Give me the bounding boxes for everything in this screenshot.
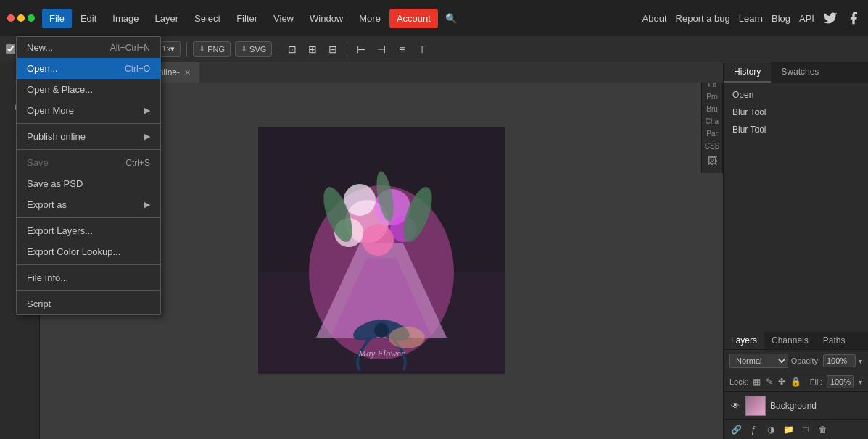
align-icon-3[interactable]: ≡: [394, 41, 410, 57]
lock-row: Lock: ▦ ✎ ✤ 🔒 Fill: 100% ▾: [724, 372, 868, 392]
blog-link[interactable]: Blog: [772, 13, 790, 24]
layers-blend-controls: Normal Multiply Screen Overlay Opacity: …: [724, 350, 868, 372]
toolbar-sep-3: [186, 42, 187, 57]
collapsed-pro[interactable]: Pro: [702, 91, 722, 102]
layer-item-background[interactable]: 👁 Background: [724, 392, 868, 419]
learn-link[interactable]: Learn: [739, 13, 763, 24]
file-open[interactable]: Open... Ctrl+O: [17, 58, 160, 79]
layer-visibility-toggle[interactable]: 👁: [729, 400, 741, 411]
file-open-place[interactable]: Open & Place...: [17, 79, 160, 100]
layout-icon-2[interactable]: ⊞: [305, 41, 321, 57]
menu-select[interactable]: Select: [187, 9, 228, 28]
file-new[interactable]: New... Alt+Ctrl+N: [17, 37, 160, 58]
opacity-arrow: ▾: [859, 357, 862, 365]
lock-paint-icon[interactable]: ✎: [765, 376, 773, 388]
svg-point-15: [389, 327, 425, 348]
align-icon-1[interactable]: ⊢: [353, 41, 369, 57]
layers-tab[interactable]: Layers: [724, 332, 764, 349]
fill-label: Fill:: [810, 377, 822, 386]
layout-icon-3[interactable]: ⊟: [325, 41, 341, 57]
history-item-blur1[interactable]: Blur Tool: [724, 104, 868, 121]
about-link[interactable]: About: [642, 13, 667, 24]
collapsed-par[interactable]: Par: [702, 128, 722, 139]
lock-all-icon[interactable]: 🔒: [790, 376, 801, 388]
new-layer-icon[interactable]: □: [799, 423, 812, 436]
report-bug-link[interactable]: Report a bug: [676, 13, 730, 24]
align-icon-4[interactable]: ⊤: [414, 41, 430, 57]
link-icon[interactable]: 🔗: [729, 423, 743, 436]
toolbar-sep-5: [347, 42, 347, 57]
tab-close-button[interactable]: ✕: [184, 68, 191, 78]
toolbar-sep-4: [278, 42, 278, 57]
menu-filter[interactable]: Filter: [229, 9, 265, 28]
history-list: Open Blur Tool Blur Tool: [724, 83, 868, 141]
menu-layer[interactable]: Layer: [148, 9, 186, 28]
watermark: May Flower: [358, 348, 405, 359]
dropdown-sep-1: [17, 123, 160, 124]
file-publish[interactable]: Publish online ▶: [17, 126, 160, 147]
delete-layer-icon[interactable]: 🗑: [817, 423, 830, 436]
channels-tab[interactable]: Channels: [764, 332, 816, 349]
swatches-tab[interactable]: Swatches: [771, 62, 829, 83]
collapsed-image-icon[interactable]: 🖼: [704, 153, 720, 169]
logo-dot-green: [28, 14, 35, 22]
search-icon[interactable]: 🔍: [439, 9, 463, 28]
file-save-psd[interactable]: Save as PSD: [17, 173, 160, 194]
opacity-label: Opacity:: [791, 356, 820, 365]
history-item-blur2[interactable]: Blur Tool: [724, 121, 868, 138]
history-item-open[interactable]: Open: [724, 86, 868, 104]
collapsed-cha[interactable]: Cha: [702, 116, 722, 127]
logo-dot-red: [7, 14, 15, 22]
file-open-more[interactable]: Open More ▶: [17, 100, 160, 121]
file-info[interactable]: File Info...: [17, 267, 160, 288]
file-export-color[interactable]: Export Color Lookup...: [17, 241, 160, 262]
menu-bar: File Edit Image Layer Select Filter View…: [0, 0, 868, 36]
effects-icon[interactable]: ƒ: [747, 423, 760, 436]
file-script[interactable]: Script: [17, 293, 160, 314]
fill-value: 100%: [827, 375, 854, 388]
right-panel: >< >< History Swatches Open Blur Tool Bl…: [723, 36, 868, 439]
layer-thumbnail: [745, 396, 766, 416]
layers-tabs: Layers Channels Paths: [724, 332, 868, 350]
collapsed-css[interactable]: CSS: [702, 141, 722, 151]
menu-more[interactable]: More: [352, 9, 388, 28]
blend-mode-select[interactable]: Normal Multiply Screen Overlay: [729, 354, 788, 368]
dropdown-sep-5: [17, 290, 160, 291]
opacity-value: 100%: [823, 354, 856, 367]
svg-point-8: [344, 184, 376, 216]
export-png-button[interactable]: ⬇ PNG: [193, 41, 231, 57]
twitter-icon[interactable]: [823, 11, 838, 25]
new-group-icon[interactable]: 📁: [782, 423, 795, 436]
history-tab[interactable]: History: [724, 62, 771, 83]
dropdown-sep-3: [17, 217, 160, 218]
menu-items: File Edit Image Layer Select Filter View…: [42, 9, 642, 28]
lock-checkerboard-icon[interactable]: ▦: [753, 376, 761, 388]
menu-file[interactable]: File: [42, 9, 72, 28]
facebook-icon[interactable]: [846, 11, 861, 25]
api-link[interactable]: API: [799, 13, 814, 24]
svg-point-5: [362, 224, 394, 256]
svg-point-14: [374, 323, 389, 338]
file-export-layers[interactable]: Export Layers...: [17, 220, 160, 241]
panel-spacer: [724, 141, 868, 332]
export-svg-button[interactable]: ⬇ SVG: [235, 41, 272, 57]
menu-image[interactable]: Image: [105, 9, 146, 28]
paths-tab[interactable]: Paths: [816, 332, 853, 349]
dropdown-sep-4: [17, 264, 160, 265]
flower-decoration: [258, 127, 505, 374]
dropdown-sep-2: [17, 149, 160, 150]
mask-icon[interactable]: ◑: [764, 423, 777, 436]
transform-controls-checkbox[interactable]: [6, 44, 15, 54]
align-icon-2[interactable]: ⊣: [373, 41, 389, 57]
tab-bar: online- ✕: [145, 62, 723, 83]
menu-account[interactable]: Account: [389, 9, 438, 28]
logo-dot-yellow: [17, 14, 25, 22]
lock-move-icon[interactable]: ✤: [778, 376, 786, 388]
menu-view[interactable]: View: [266, 9, 301, 28]
file-export-as[interactable]: Export as ▶: [17, 194, 160, 215]
right-menu: About Report a bug Learn Blog API: [642, 11, 861, 25]
collapsed-bru[interactable]: Bru: [702, 104, 722, 114]
menu-edit[interactable]: Edit: [73, 9, 104, 28]
menu-window[interactable]: Window: [302, 9, 350, 28]
layout-icon-1[interactable]: ⊡: [284, 41, 300, 57]
